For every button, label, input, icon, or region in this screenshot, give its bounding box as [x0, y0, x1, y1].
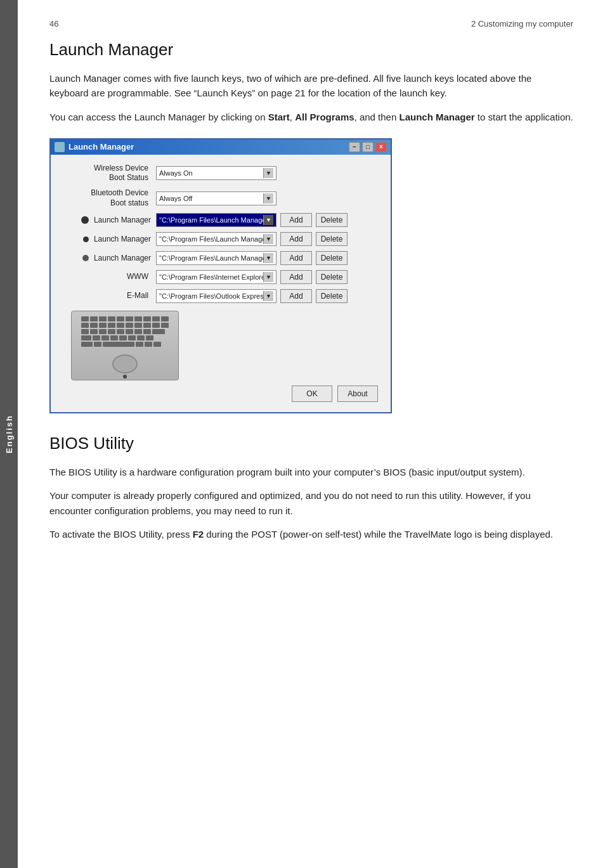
lm-label-email: E-Mail — [61, 291, 156, 301]
key — [99, 329, 107, 334]
bios-para3-bold: F2 — [193, 529, 204, 540]
lm-dropdown-www-value: "C:\Program Files\Internet Explorer\iexp… — [159, 273, 263, 281]
key — [93, 335, 100, 340]
lm-row-wireless: Wireless DeviceBoot Status Always On ▼ — [61, 164, 381, 183]
key — [117, 323, 124, 328]
trackpad-area — [112, 351, 138, 379]
minimize-button[interactable]: − — [349, 142, 360, 152]
key — [143, 316, 151, 321]
lm-dropdown-lm3[interactable]: "C:\Program Files\Launch Manager\fn.exe"… — [156, 251, 276, 265]
bios-heading: BIOS Utility — [49, 434, 573, 453]
key — [126, 316, 133, 321]
dropdown-arrow-bluetooth: ▼ — [263, 193, 273, 204]
bios-section: BIOS Utility The BIOS Utility is a hardw… — [49, 434, 573, 541]
window-title: Launch Manager — [68, 142, 134, 152]
key — [128, 335, 136, 340]
lm2-add-button[interactable]: Add — [280, 232, 312, 246]
launch-manager-para2: You can access the Launch Manager by cli… — [49, 110, 573, 124]
lm-row-bluetooth: Bluetooth DeviceBoot status Always Off ▼ — [61, 188, 381, 208]
www-add-button[interactable]: Add — [280, 270, 312, 284]
trackpad — [112, 354, 138, 373]
restore-button[interactable]: □ — [362, 142, 374, 152]
bios-para2: Your computer is already properly config… — [49, 488, 573, 518]
launch-manager-heading: Launch Manager — [49, 40, 573, 60]
launch-manager-window: Launch Manager − □ × Wireless DeviceBoot… — [49, 138, 392, 413]
keyboard-row-5 — [81, 342, 169, 347]
lm-dropdown-wireless-value: Always On — [159, 169, 263, 177]
lm-dropdown-www[interactable]: "C:\Program Files\Internet Explorer\iexp… — [156, 270, 276, 284]
key — [134, 323, 142, 328]
chapter-title: 2 Customizing my computer — [471, 19, 573, 29]
bullet-lm2 — [83, 236, 89, 242]
key — [146, 335, 153, 340]
key — [101, 335, 109, 340]
key — [90, 329, 98, 334]
para2-mid2: , and then — [355, 112, 400, 122]
dropdown-arrow-lm2: ▼ — [263, 234, 273, 244]
lm-label-bluetooth: Bluetooth DeviceBoot status — [61, 188, 156, 208]
key — [117, 316, 124, 321]
lm-label-lm1: Launch Manager — [61, 216, 156, 224]
key — [99, 316, 107, 321]
bullet-lm1 — [81, 216, 89, 224]
dropdown-arrow-lm3: ▼ — [263, 253, 273, 263]
para2-bold2: All Programs — [295, 112, 354, 122]
lm-dropdown-lm2-value: "C:\Program Files\Launch Manager\fn.exe" — [159, 235, 263, 243]
lm-label-lm3: Launch Manager — [61, 254, 156, 262]
key — [108, 323, 115, 328]
lm-row-www: WWW "C:\Program Files\Internet Explorer\… — [61, 270, 381, 284]
key — [145, 342, 152, 347]
keyboard-image — [71, 311, 179, 380]
key — [81, 323, 89, 328]
lm-dropdown-lm2[interactable]: "C:\Program Files\Launch Manager\fn.exe"… — [156, 232, 276, 246]
email-delete-button[interactable]: Delete — [316, 289, 348, 303]
key — [137, 335, 145, 340]
keyboard-row-3 — [81, 329, 169, 334]
lm-dropdown-lm3-value: "C:\Program Files\Launch Manager\fn.exe" — [159, 254, 263, 262]
lm3-text: Launch Manager — [94, 254, 151, 262]
window-body: Wireless DeviceBoot Status Always On ▼ B… — [51, 155, 391, 412]
launch-manager-para1: Launch Manager comes with five launch ke… — [49, 71, 573, 101]
email-add-button[interactable]: Add — [280, 289, 312, 303]
lm1-delete-button[interactable]: Delete — [316, 213, 348, 227]
para2-mid: , — [290, 112, 295, 122]
window-footer: OK About — [61, 380, 381, 405]
key — [143, 323, 151, 328]
window-icon — [55, 142, 65, 152]
lm-row-lm3: Launch Manager "C:\Program Files\Launch … — [61, 251, 381, 265]
lm-dropdown-lm1[interactable]: "C:\Program Files\Launch Manager\fn.exe"… — [156, 213, 276, 227]
lm-label-www: WWW — [61, 272, 156, 282]
dropdown-arrow-wireless: ▼ — [263, 168, 273, 178]
key — [108, 316, 115, 321]
lm-dropdown-email[interactable]: "C:\Program Files\Outlook Express\msimn.… — [156, 289, 276, 303]
para2-bold3: Launch Manager — [399, 112, 474, 122]
dropdown-arrow-lm1: ▼ — [263, 215, 273, 225]
key — [126, 323, 133, 328]
lm-label-lm2: Launch Manager — [61, 235, 156, 243]
lm-dropdown-wireless[interactable]: Always On ▼ — [156, 166, 276, 180]
lm3-add-button[interactable]: Add — [280, 251, 312, 265]
key — [134, 316, 142, 321]
bios-para3-post: during the POST (power-on self-test) whi… — [204, 529, 553, 540]
key — [153, 342, 161, 347]
about-button[interactable]: About — [337, 385, 378, 402]
lm3-delete-button[interactable]: Delete — [316, 251, 348, 265]
key — [99, 323, 107, 328]
close-button[interactable]: × — [375, 142, 387, 152]
key — [81, 329, 89, 334]
para2-post: to start the application. — [475, 112, 573, 122]
keyboard-keys — [77, 313, 172, 351]
ok-button[interactable]: OK — [292, 385, 332, 402]
window-title-left: Launch Manager — [55, 142, 134, 152]
lm1-add-button[interactable]: Add — [280, 213, 312, 227]
spacebar-key — [103, 342, 134, 347]
key — [110, 335, 118, 340]
bullet-lm3 — [82, 255, 89, 261]
key — [81, 335, 91, 340]
lm-dropdown-bluetooth[interactable]: Always Off ▼ — [156, 191, 276, 205]
key — [161, 323, 169, 328]
www-delete-button[interactable]: Delete — [316, 270, 348, 284]
lm2-delete-button[interactable]: Delete — [316, 232, 348, 246]
key — [152, 316, 160, 321]
dropdown-arrow-www: ▼ — [263, 272, 273, 282]
